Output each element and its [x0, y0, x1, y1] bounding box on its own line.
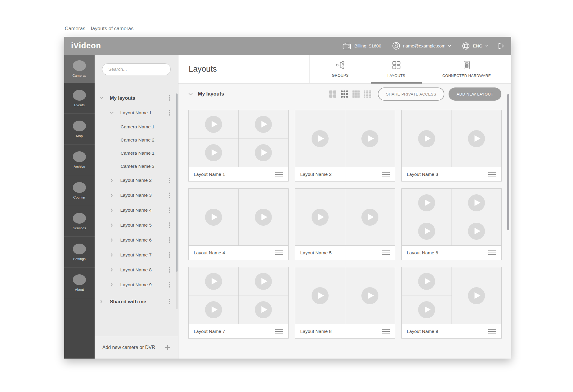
tree-scrollbar-thumb[interactable] — [176, 93, 178, 272]
main-scrollbar-thumb[interactable] — [507, 94, 509, 230]
layout-card-layout-name-5[interactable]: Layout Name 5 — [295, 188, 395, 260]
kebab-menu-icon[interactable] — [169, 222, 170, 228]
share-private-access-button[interactable]: SHARE PRIVATE ACCESS — [378, 87, 444, 101]
play-button[interactable] — [312, 287, 329, 304]
chevron-right-icon[interactable] — [110, 179, 115, 182]
search-input[interactable] — [108, 67, 164, 72]
card-menu-icon[interactable] — [275, 172, 283, 176]
kebab-menu-icon[interactable] — [169, 95, 170, 101]
add-new-layout-button[interactable]: ADD NEW LAYOUT — [449, 87, 501, 101]
card-menu-icon[interactable] — [488, 250, 496, 255]
card-menu-icon[interactable] — [382, 250, 390, 255]
play-button[interactable] — [361, 287, 378, 304]
sidebar-item-archive[interactable]: Archive — [64, 144, 95, 175]
play-button[interactable] — [418, 301, 435, 318]
chevron-right-icon[interactable] — [110, 284, 115, 286]
play-button[interactable] — [418, 273, 435, 290]
chevron-right-icon[interactable] — [110, 239, 115, 241]
play-button[interactable] — [361, 209, 378, 226]
play-button[interactable] — [255, 144, 272, 161]
kebab-menu-icon[interactable] — [169, 207, 170, 213]
play-button[interactable] — [418, 223, 435, 240]
add-camera-button[interactable]: Add new camera or DVR — [95, 336, 178, 359]
tree-item-layout-name-8[interactable]: Layout Name 8 — [95, 262, 178, 277]
grid-2x2-view[interactable] — [329, 90, 336, 98]
play-button[interactable] — [255, 301, 272, 318]
sidebar-item-cameras[interactable]: Cameras — [64, 55, 95, 83]
tree-item-camera-name-1[interactable]: Camera Name 1 — [95, 120, 178, 133]
kebab-menu-icon[interactable] — [169, 282, 170, 288]
play-button[interactable] — [205, 209, 222, 226]
play-button[interactable] — [468, 223, 485, 240]
play-button[interactable] — [205, 116, 222, 133]
sidebar-item-about[interactable]: About — [64, 268, 95, 298]
card-menu-icon[interactable] — [382, 172, 390, 176]
play-button[interactable] — [361, 130, 378, 147]
kebab-menu-icon[interactable] — [169, 110, 170, 116]
card-menu-icon[interactable] — [275, 329, 283, 333]
card-menu-icon[interactable] — [488, 329, 496, 333]
tree-item-camera-name-3[interactable]: Camera Name 3 — [95, 160, 178, 173]
chevron-right-icon[interactable] — [110, 254, 115, 256]
kebab-menu-icon[interactable] — [169, 178, 170, 183]
chevron-right-icon[interactable] — [110, 224, 115, 226]
card-menu-icon[interactable] — [488, 172, 496, 176]
play-button[interactable] — [468, 287, 485, 304]
layout-card-layout-name-1[interactable]: Layout Name 1 — [188, 110, 289, 182]
kebab-menu-icon[interactable] — [169, 193, 170, 198]
tree-item-shared-with-me[interactable]: Shared with me — [95, 294, 178, 309]
play-button[interactable] — [255, 209, 272, 226]
billing-button[interactable]: Billing: $1600 — [342, 42, 381, 50]
grid-4x4-view[interactable] — [352, 90, 360, 98]
tree-item-layout-name-7[interactable]: Layout Name 7 — [95, 248, 178, 262]
tab-connected-hardware[interactable]: CONNECTED HARDWARE — [422, 55, 511, 83]
kebab-menu-icon[interactable] — [169, 299, 170, 304]
sidebar-item-events[interactable]: Events — [64, 83, 95, 114]
sidebar-item-settings[interactable]: Settings — [64, 237, 95, 268]
layout-card-layout-name-9[interactable]: Layout Name 9 — [401, 267, 502, 339]
tree-item-camera-name-1[interactable]: Camera Name 1 — [95, 147, 178, 160]
card-menu-icon[interactable] — [382, 329, 390, 333]
tree-item-layout-name-6[interactable]: Layout Name 6 — [95, 233, 178, 248]
chevron-down-icon[interactable] — [99, 97, 105, 99]
tab-groups[interactable]: GROUPS — [309, 55, 371, 83]
tree-item-layout-name-2[interactable]: Layout Name 2 — [95, 173, 178, 188]
chevron-right-icon[interactable] — [110, 269, 115, 271]
layout-card-layout-name-6[interactable]: Layout Name 6 — [401, 188, 502, 260]
chevron-down-icon[interactable] — [188, 93, 193, 96]
layout-card-layout-name-8[interactable]: Layout Name 8 — [295, 267, 395, 339]
kebab-menu-icon[interactable] — [169, 267, 170, 273]
play-button[interactable] — [255, 116, 272, 133]
play-button[interactable] — [468, 130, 485, 147]
grid-3x3-view-active[interactable] — [341, 90, 348, 98]
play-button[interactable] — [312, 130, 329, 147]
kebab-menu-icon[interactable] — [169, 252, 170, 258]
layout-card-layout-name-4[interactable]: Layout Name 4 — [188, 188, 289, 260]
tree-item-layout-name-1[interactable]: Layout Name 1 — [95, 105, 178, 120]
sidebar-item-counter[interactable]: Counter — [64, 175, 95, 206]
play-button[interactable] — [418, 130, 435, 147]
play-button[interactable] — [418, 194, 435, 211]
chevron-right-icon[interactable] — [110, 194, 115, 196]
tree-item-camera-name-2[interactable]: Camera Name 2 — [95, 133, 178, 147]
chevron-down-icon[interactable] — [110, 112, 115, 114]
layout-card-layout-name-7[interactable]: Layout Name 7 — [188, 267, 289, 339]
tree-item-layout-name-9[interactable]: Layout Name 9 — [95, 277, 178, 292]
tree-item-my-layouts[interactable]: My layouts — [95, 90, 178, 105]
sidebar-item-services[interactable]: Services — [64, 206, 95, 237]
chevron-right-icon[interactable] — [99, 300, 105, 303]
layout-card-layout-name-2[interactable]: Layout Name 2 — [295, 110, 395, 182]
account-menu[interactable]: name@example.com — [392, 42, 452, 50]
logout-button[interactable] — [497, 42, 505, 50]
chevron-right-icon[interactable] — [110, 209, 115, 211]
play-button[interactable] — [205, 301, 222, 318]
grid-5x5-view[interactable] — [364, 90, 371, 98]
kebab-menu-icon[interactable] — [169, 237, 170, 243]
play-button[interactable] — [312, 209, 329, 226]
play-button[interactable] — [468, 194, 485, 211]
sidebar-item-map[interactable]: Map — [64, 114, 95, 144]
tree-item-layout-name-5[interactable]: Layout Name 5 — [95, 218, 178, 233]
play-button[interactable] — [205, 144, 222, 161]
tree-item-layout-name-3[interactable]: Layout Name 3 — [95, 188, 178, 203]
card-menu-icon[interactable] — [275, 250, 283, 255]
